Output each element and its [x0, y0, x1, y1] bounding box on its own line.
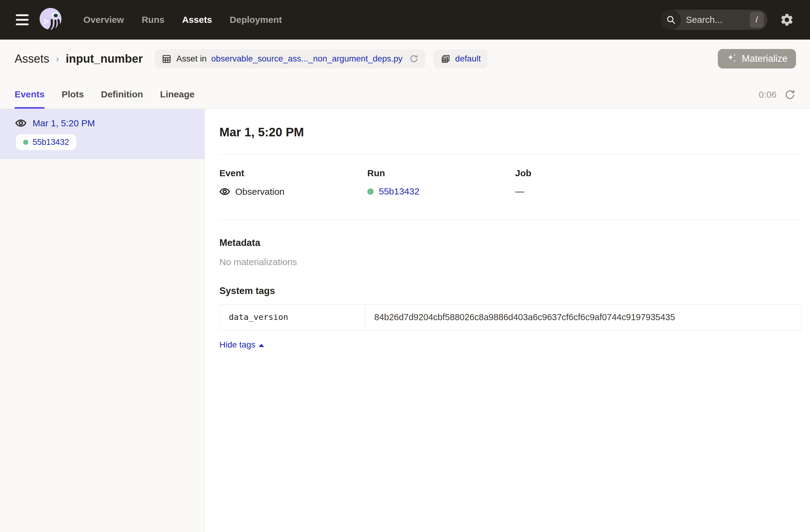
system-tags-heading: System tags — [220, 286, 801, 296]
event-column-label: Event — [220, 168, 367, 178]
sparkle-icon — [726, 53, 737, 64]
event-list-sidebar: Mar 1, 5:20 PM 55b13432 — [0, 109, 205, 532]
search-input[interactable] — [686, 15, 738, 25]
nav-item-deployment[interactable]: Deployment — [230, 15, 282, 25]
events-content: Mar 1, 5:20 PM 55b13432 Mar 1, 5:20 PM E… — [0, 109, 810, 532]
tab-plots[interactable]: Plots — [62, 89, 84, 109]
table-row: data_version 84b26d7d9204cbf588026c8a988… — [220, 305, 801, 330]
run-chip-label: 55b13432 — [33, 138, 69, 147]
hide-tags-link[interactable]: Hide tags — [220, 340, 264, 350]
tag-key-cell: data_version — [220, 305, 365, 330]
event-type-value: Observation — [235, 187, 285, 197]
run-id-chip[interactable]: 55b13432 — [16, 134, 76, 150]
tag-value-cell: 84b26d7d9204cbf588026c8a9886d403a6c9637c… — [365, 305, 801, 330]
event-summary-grid: Event Observation Run 55b13432 Job — [220, 168, 801, 197]
event-column: Event Observation — [220, 168, 367, 197]
asset-group-icon — [441, 54, 451, 64]
job-column-label: Job — [515, 168, 801, 178]
breadcrumb-assets-link[interactable]: Assets — [15, 52, 49, 65]
tab-definition[interactable]: Definition — [101, 89, 143, 109]
materialize-button[interactable]: Materialize — [718, 49, 796, 68]
run-status-dot — [367, 188, 374, 195]
job-column: Job — — [515, 168, 801, 197]
metadata-heading: Metadata — [220, 237, 801, 248]
nav-item-runs[interactable]: Runs — [142, 15, 164, 25]
table-icon — [162, 54, 172, 64]
gear-icon[interactable] — [780, 13, 794, 27]
reload-definitions-icon[interactable] — [409, 54, 419, 64]
divider — [220, 220, 801, 220]
caret-up-icon — [259, 344, 264, 347]
asset-source-file-link[interactable]: observable_source_ass..._non_argument_de… — [211, 54, 403, 64]
global-search[interactable]: / — [661, 10, 767, 30]
event-detail-pane: Mar 1, 5:20 PM Event Observation Run 55b… — [205, 109, 810, 532]
nav-item-assets[interactable]: Assets — [182, 15, 212, 25]
tab-lineage[interactable]: Lineage — [160, 89, 194, 109]
asset-tabs: Events Plots Definition Lineage 0:06 — [0, 78, 810, 109]
observation-eye-icon — [220, 186, 230, 197]
materialize-button-label: Materialize — [742, 53, 788, 64]
event-timestamp-link[interactable]: Mar 1, 5:20 PM — [33, 118, 95, 128]
hamburger-menu-icon[interactable] — [16, 14, 29, 25]
run-status-dot — [23, 140, 28, 145]
asset-pill-prefix: Asset in — [176, 54, 207, 64]
search-shortcut-key: / — [750, 12, 764, 28]
refresh-countdown: 0:06 — [759, 90, 777, 100]
dagster-logo[interactable] — [38, 7, 65, 33]
run-column: Run 55b13432 — [367, 168, 515, 197]
job-empty-value: — — [515, 186, 524, 197]
asset-header: Assets › input_number Asset in observabl… — [0, 39, 810, 78]
breadcrumb-chevron-icon: › — [56, 53, 59, 64]
run-id-link[interactable]: 55b13432 — [379, 186, 419, 197]
run-column-label: Run — [367, 168, 515, 178]
asset-group-pill[interactable]: default — [434, 49, 487, 68]
asset-group-link[interactable]: default — [455, 54, 481, 64]
primary-nav: Overview Runs Assets Deployment — [83, 15, 282, 25]
system-tags-table: data_version 84b26d7d9204cbf588026c8a988… — [220, 304, 801, 330]
metadata-empty-state: No materializations — [220, 257, 801, 267]
observation-eye-icon — [15, 117, 27, 129]
page-title-asset-name: input_number — [66, 52, 143, 65]
nav-item-overview[interactable]: Overview — [83, 15, 124, 25]
hide-tags-label: Hide tags — [220, 340, 255, 350]
refresh-icon[interactable] — [784, 88, 796, 101]
event-detail-title: Mar 1, 5:20 PM — [220, 125, 801, 139]
top-navigation-bar: Overview Runs Assets Deployment / — [0, 0, 810, 39]
search-icon — [661, 10, 681, 30]
divider — [220, 154, 801, 155]
event-list-item-selected[interactable]: Mar 1, 5:20 PM 55b13432 — [0, 109, 205, 159]
tab-events[interactable]: Events — [15, 89, 45, 109]
asset-definition-pill: Asset in observable_source_ass..._non_ar… — [155, 49, 425, 68]
